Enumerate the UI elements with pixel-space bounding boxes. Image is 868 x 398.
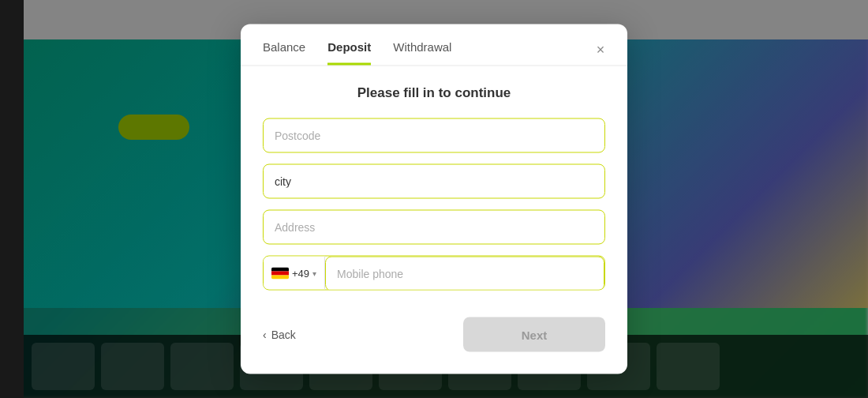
modal-actions: ‹ Back Next xyxy=(241,302,627,352)
city-input[interactable] xyxy=(263,164,605,199)
modal-body: Please fill in to continue +49 xyxy=(241,66,627,291)
phone-wrapper: +49 ▾ xyxy=(263,256,605,291)
postcode-field xyxy=(263,118,605,153)
back-label: Back xyxy=(271,329,296,341)
postcode-input[interactable] xyxy=(263,118,605,153)
address-input[interactable] xyxy=(263,210,605,245)
address-field xyxy=(263,210,605,245)
next-button[interactable]: Next xyxy=(463,317,605,352)
country-selector[interactable]: +49 ▾ xyxy=(264,257,325,290)
tab-deposit[interactable]: Deposit xyxy=(327,40,371,66)
modal-tabs: Balance Deposit Withdrawal × xyxy=(241,24,627,66)
germany-flag-icon xyxy=(271,267,289,279)
modal-dialog: Balance Deposit Withdrawal × Please fill… xyxy=(241,24,627,374)
country-code: +49 xyxy=(292,267,309,279)
modal-title: Please fill in to continue xyxy=(263,85,605,101)
mobile-phone-input[interactable] xyxy=(325,257,604,291)
close-button[interactable]: × xyxy=(589,39,612,61)
tab-balance[interactable]: Balance xyxy=(263,40,305,66)
city-field xyxy=(263,164,605,199)
chevron-down-icon: ▾ xyxy=(312,268,316,277)
back-button[interactable]: ‹ Back xyxy=(263,322,296,347)
tab-withdrawal[interactable]: Withdrawal xyxy=(393,40,451,66)
back-arrow-icon: ‹ xyxy=(263,329,267,341)
phone-field: +49 ▾ xyxy=(263,256,605,291)
